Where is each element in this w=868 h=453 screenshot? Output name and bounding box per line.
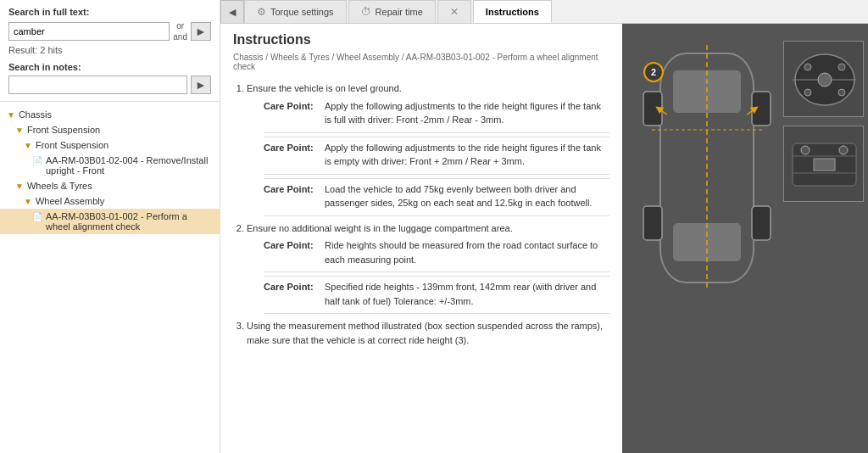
tree-item-aa-rm-03b03[interactable]: 📄 AA-RM-03B03-01-002 - Perform a wheel a… xyxy=(0,209,220,234)
search-full-text-label: Search in full text: xyxy=(8,7,211,17)
divider xyxy=(264,178,609,179)
tab-instructions-label: Instructions xyxy=(486,7,539,17)
svg-point-15 xyxy=(804,64,811,70)
svg-rect-25 xyxy=(814,159,835,171)
diagram-panel: 2 2 xyxy=(622,24,868,453)
tree-item-aa-rm-03b01[interactable]: 📄 AA-RM-03B01-02-004 - Remove/Install up… xyxy=(0,153,220,178)
main-content: ◀ ⚙ Torque settings ⏱ Repair time ✕ Inst… xyxy=(220,0,868,453)
inset-top-diagram xyxy=(784,42,864,117)
svg-point-14 xyxy=(818,73,832,87)
chevron-down-icon: ▼ xyxy=(15,182,24,191)
svg-rect-8 xyxy=(752,206,771,240)
tree-item-label: AA-RM-03B01-02-004 - Remove/Install upri… xyxy=(46,155,213,176)
inset-bottom-diagram xyxy=(784,126,864,202)
instructions-title: Instructions xyxy=(233,32,609,48)
step-1-text: Ensure the vehicle is on level ground. xyxy=(247,83,402,93)
search-notes-input[interactable] xyxy=(8,76,187,94)
care-point-2-1: Care Point: Ride heights should be measu… xyxy=(264,238,609,272)
document-icon: 📄 xyxy=(32,212,42,221)
tree-item-front-suspension[interactable]: ▼ Front Suspension xyxy=(0,122,220,137)
inset-image-bottom xyxy=(783,126,864,202)
tree-item-wheel-assembly[interactable]: ▼ Wheel Assembly xyxy=(0,193,220,209)
tree-item-wheels-tyres[interactable]: ▼ Wheels & Tyres xyxy=(0,178,220,193)
step-2: Ensure no additional weight is in the lu… xyxy=(247,221,609,315)
care-point-1-1: Care Point: Apply the following adjustme… xyxy=(264,99,609,133)
tree-item-label: Wheel Assembly xyxy=(36,196,104,206)
search-section: Search in full text: or and ► Result: 2 … xyxy=(0,0,220,102)
step-3: Using the measurement method illustrated… xyxy=(247,319,609,347)
search-result-text: Result: 2 hits xyxy=(8,45,211,55)
search-full-text-button[interactable]: ► xyxy=(191,22,211,41)
sidebar: Search in full text: or and ► Result: 2 … xyxy=(0,0,220,453)
document-icon: 📄 xyxy=(32,156,42,165)
content-area: Instructions Chassis / Wheels & Tyres / … xyxy=(220,24,868,453)
tab-repair-time[interactable]: ⏱ Repair time xyxy=(348,0,436,23)
tree-item-label: AA-RM-03B03-01-002 - Perform a wheel ali… xyxy=(46,211,213,232)
tab-repair-label: Repair time xyxy=(376,7,423,17)
svg-point-24 xyxy=(839,146,848,154)
chevron-down-icon: ▼ xyxy=(7,110,15,120)
tree-item-front-suspension-2[interactable]: ▼ Front Suspension xyxy=(0,137,220,153)
gear-icon: ⚙ xyxy=(257,6,266,18)
step-3-text: Using the measurement method illustrated… xyxy=(247,321,603,345)
svg-rect-7 xyxy=(643,206,662,240)
svg-point-23 xyxy=(801,146,810,154)
tree-item-label: Wheels & Tyres xyxy=(27,181,92,191)
close-icon: ✕ xyxy=(450,6,459,18)
tab-close[interactable]: ✕ xyxy=(437,0,471,23)
badge-left: 2 xyxy=(643,62,664,82)
chevron-down-icon: ▼ xyxy=(24,141,32,150)
divider xyxy=(264,137,609,137)
or-and-label: or and xyxy=(173,20,187,42)
search-full-text-input[interactable] xyxy=(8,22,170,41)
svg-point-16 xyxy=(838,64,845,70)
search-notes-button[interactable]: ► xyxy=(191,76,211,94)
care-point-1-2: Care Point: Apply the following adjustme… xyxy=(264,141,609,175)
step-1: Ensure the vehicle is on level ground. C… xyxy=(247,81,609,216)
tree-item-label: Chassis xyxy=(19,109,52,120)
tab-torque-label: Torque settings xyxy=(270,7,334,17)
diagram-container: 2 2 xyxy=(622,24,868,453)
care-point-1-3: Care Point: Load the vehicle to add 75kg… xyxy=(264,182,609,216)
svg-point-17 xyxy=(804,89,811,96)
tab-prev-button[interactable]: ◀ xyxy=(220,0,244,23)
breadcrumb: Chassis / Wheels & Tyres / Wheel Assembl… xyxy=(233,53,609,71)
tree-section: ▼ Chassis ▼ Front Suspension ▼ Front Sus… xyxy=(0,102,220,453)
svg-point-18 xyxy=(838,89,845,96)
chevron-down-icon: ▼ xyxy=(15,126,24,135)
tree-item-chassis[interactable]: ▼ Chassis xyxy=(0,107,220,122)
search-notes-label: Search in notes: xyxy=(8,62,211,72)
tab-torque-settings[interactable]: ⚙ Torque settings xyxy=(244,0,347,23)
tab-instructions[interactable]: Instructions xyxy=(473,0,552,23)
instructions-body: Ensure the vehicle is on level ground. C… xyxy=(233,81,609,347)
tabs-bar: ◀ ⚙ Torque settings ⏱ Repair time ✕ Inst… xyxy=(220,0,868,24)
tree-item-label: Front Suspension xyxy=(36,140,108,150)
tree-item-label: Front Suspension xyxy=(27,125,100,135)
search-full-text-row: or and ► xyxy=(8,20,211,42)
inset-image-top xyxy=(783,41,864,117)
step-2-text: Ensure no additional weight is in the lu… xyxy=(247,223,513,233)
chevron-down-icon: ▼ xyxy=(24,197,32,206)
care-point-2-2: Care Point: Specified ride heights - 139… xyxy=(264,280,609,314)
divider xyxy=(264,276,609,277)
clock-icon: ⏱ xyxy=(361,6,371,18)
instructions-panel: Instructions Chassis / Wheels & Tyres / … xyxy=(220,24,622,453)
search-notes-row: ► xyxy=(8,76,211,94)
